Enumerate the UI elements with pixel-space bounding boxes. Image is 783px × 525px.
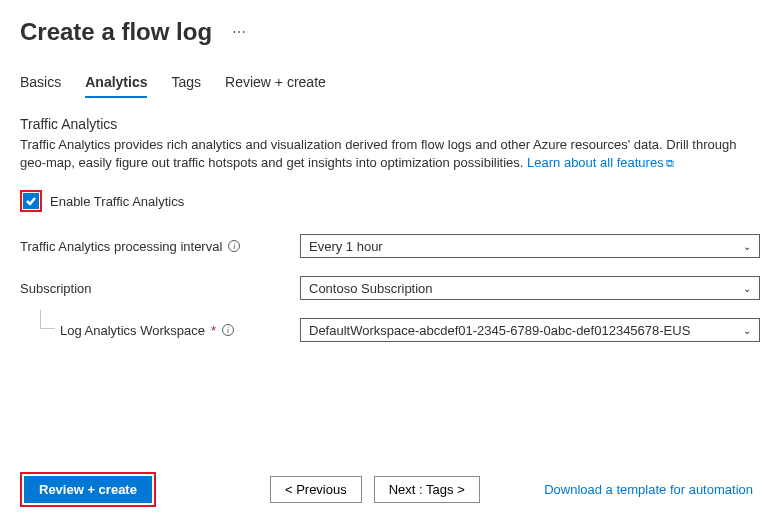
chevron-down-icon: ⌄ bbox=[743, 325, 751, 336]
enable-traffic-analytics-checkbox[interactable] bbox=[23, 193, 39, 209]
interval-dropdown[interactable]: Every 1 hour ⌄ bbox=[300, 234, 760, 258]
workspace-label: Log Analytics Workspace bbox=[60, 323, 205, 338]
interval-label: Traffic Analytics processing interval bbox=[20, 239, 222, 254]
review-create-button[interactable]: Review + create bbox=[24, 476, 152, 503]
tab-tags[interactable]: Tags bbox=[171, 74, 201, 98]
external-link-icon: ⧉ bbox=[666, 157, 674, 169]
required-indicator: * bbox=[211, 323, 216, 338]
enable-traffic-analytics-label: Enable Traffic Analytics bbox=[50, 194, 184, 209]
subscription-label: Subscription bbox=[20, 281, 92, 296]
interval-value: Every 1 hour bbox=[309, 239, 383, 254]
page-title: Create a flow log bbox=[20, 18, 212, 46]
info-icon[interactable]: i bbox=[222, 324, 234, 336]
tab-analytics[interactable]: Analytics bbox=[85, 74, 147, 98]
info-icon[interactable]: i bbox=[228, 240, 240, 252]
more-icon[interactable]: ⋯ bbox=[232, 24, 247, 40]
section-title: Traffic Analytics bbox=[20, 116, 763, 132]
tab-review[interactable]: Review + create bbox=[225, 74, 326, 98]
workspace-value: DefaultWorkspace-abcdef01-2345-6789-0abc… bbox=[309, 323, 690, 338]
previous-button[interactable]: < Previous bbox=[270, 476, 362, 503]
tabs: Basics Analytics Tags Review + create bbox=[20, 74, 763, 98]
next-button[interactable]: Next : Tags > bbox=[374, 476, 480, 503]
chevron-down-icon: ⌄ bbox=[743, 283, 751, 294]
tab-basics[interactable]: Basics bbox=[20, 74, 61, 98]
chevron-down-icon: ⌄ bbox=[743, 241, 751, 252]
download-template-link[interactable]: Download a template for automation bbox=[544, 482, 753, 497]
workspace-dropdown[interactable]: DefaultWorkspace-abcdef01-2345-6789-0abc… bbox=[300, 318, 760, 342]
section-description: Traffic Analytics provides rich analytic… bbox=[20, 136, 763, 172]
learn-link[interactable]: Learn about all features⧉ bbox=[527, 155, 674, 170]
subscription-value: Contoso Subscription bbox=[309, 281, 433, 296]
subscription-dropdown[interactable]: Contoso Subscription ⌄ bbox=[300, 276, 760, 300]
